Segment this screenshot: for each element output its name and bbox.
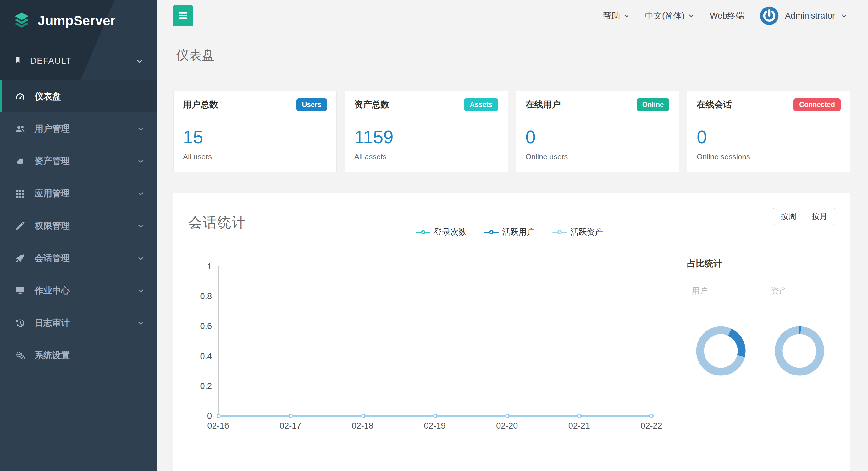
help-menu[interactable]: 帮助 [603,10,630,21]
legend-line [552,232,567,233]
card-body: 0 Online users [516,118,679,172]
y-tick-label: 0.6 [184,322,212,331]
data-point-marker [433,414,437,418]
x-tick-label: 02-17 [279,421,301,431]
sidebar-item-permissions[interactable]: 权限管理 [0,210,157,242]
sidebar-item-label: 作业中心 [35,285,70,297]
sidebar-item-audits[interactable]: 日志审计 [0,307,157,339]
desktop-icon [14,285,26,296]
web-terminal-link[interactable]: Web终端 [710,10,744,21]
help-label: 帮助 [603,10,620,21]
legend-item-logins[interactable]: 登录次数 [416,227,467,238]
chevron-down-icon [137,255,145,262]
donut-charts [665,326,841,376]
stat-value-link[interactable]: 0 [697,126,841,147]
x-tick-label: 02-19 [424,421,445,431]
data-point-marker [289,414,293,418]
legend-line [416,232,430,233]
sidebar-item-dashboard[interactable]: 仪表盘 [0,80,157,112]
range-week-button[interactable]: 按周 [773,208,804,225]
stat-value-link[interactable]: 15 [183,126,327,147]
donut-label-assets[interactable]: 资产 [771,285,787,296]
card-title: 在线用户 [526,99,561,111]
org-selector[interactable]: DEFAULT [0,41,157,80]
cloud-icon [14,156,26,167]
stat-caption: All users [183,153,327,161]
sidebar-item-label: 权限管理 [35,220,70,232]
x-tick-label: 02-16 [207,421,229,431]
y-tick-label: 0.4 [184,351,212,361]
language-menu[interactable]: 中文(简体) [645,10,695,21]
sidebar-item-label: 日志审计 [35,317,70,329]
legend-dot [557,230,562,234]
sidebar-item-assets[interactable]: 资产管理 [0,145,157,177]
legend-dot [421,230,425,234]
proportion-title: 占比统计 [687,258,841,270]
chevron-down-icon [623,12,630,19]
user-menu[interactable]: Administrator [759,6,847,26]
app-root: JumpServer DEFAULT 仪表盘 [0,0,868,471]
bookmark-icon [14,56,22,66]
legend-item-active-users[interactable]: 活跃用户 [484,227,535,238]
assets-donut-chart [775,326,824,376]
stat-caption: All assets [354,153,498,161]
stat-card-users: 用户总数 Users 15 All users [173,91,337,172]
proportion-stats: 占比统计 用户 资产 [665,258,841,376]
data-point-marker [361,414,365,418]
card-body: 15 All users [174,118,336,172]
sidebar-item-jobs[interactable]: 作业中心 [0,274,157,307]
panel-title: 会话统计 [188,213,246,232]
sidebar-item-label: 会话管理 [35,252,70,264]
sidebar-item-applications[interactable]: 应用管理 [0,177,157,210]
x-tick-label: 02-21 [568,421,590,431]
brand[interactable]: JumpServer [0,0,157,41]
org-label: DEFAULT [30,56,71,66]
status-badge: Users [297,98,327,111]
series-lines [219,266,651,416]
range-toggle: 按周 按月 [773,208,835,225]
panel-header: 会话统计 登录次数 活跃用户 [188,206,835,238]
data-point-marker [577,414,581,418]
edit-icon [14,221,26,231]
y-tick-label: 1 [184,262,212,271]
chevron-down-icon [841,12,847,19]
sidebar-item-sessions[interactable]: 会话管理 [0,242,157,274]
sidebar-item-users[interactable]: 用户管理 [0,112,157,145]
legend-line [484,232,499,233]
legend-item-active-assets[interactable]: 活跃资产 [552,227,603,238]
range-month-button[interactable]: 按月 [804,208,835,225]
y-tick-label: 0.8 [184,292,212,301]
card-body: 1159 All assets [345,118,508,172]
stat-caption: Online sessions [697,153,841,161]
chevron-down-icon [137,158,145,165]
gauge-icon [14,91,26,102]
card-header: 资产总数 Assets [345,92,508,118]
sidebar-item-label: 系统设置 [35,349,70,361]
page-header: 仪表盘 [157,31,868,79]
stat-value-link[interactable]: 0 [526,126,670,147]
web-terminal-label: Web终端 [710,10,744,21]
sidebar-toggle-button[interactable] [173,5,193,26]
chevron-down-icon [137,222,145,230]
x-tick-label: 02-20 [496,421,518,431]
chevron-down-icon [137,319,145,327]
card-header: 在线会话 Connected [687,92,850,118]
chevron-down-icon [688,12,695,19]
language-label: 中文(简体) [645,10,685,21]
grid-icon [14,188,26,199]
sidebar-item-settings[interactable]: 系统设置 [0,339,157,371]
donut-label-users[interactable]: 用户 [692,285,708,296]
stat-value-link[interactable]: 1159 [354,126,498,147]
username-label: Administrator [785,11,835,21]
legend-label: 登录次数 [434,227,467,238]
stat-card-online-sessions: 在线会话 Connected 0 Online sessions [687,91,850,172]
sidebar-item-label: 应用管理 [35,188,70,200]
data-point-marker [505,414,509,418]
legend-dot [489,230,494,234]
stat-caption: Online users [526,153,670,161]
chevron-down-icon [137,190,145,197]
card-header: 在线用户 Online [516,92,679,118]
users-donut-chart [696,326,746,376]
stat-cards-row: 用户总数 Users 15 All users 资产总数 Assets 1159 [173,91,850,172]
gears-icon [14,350,26,361]
